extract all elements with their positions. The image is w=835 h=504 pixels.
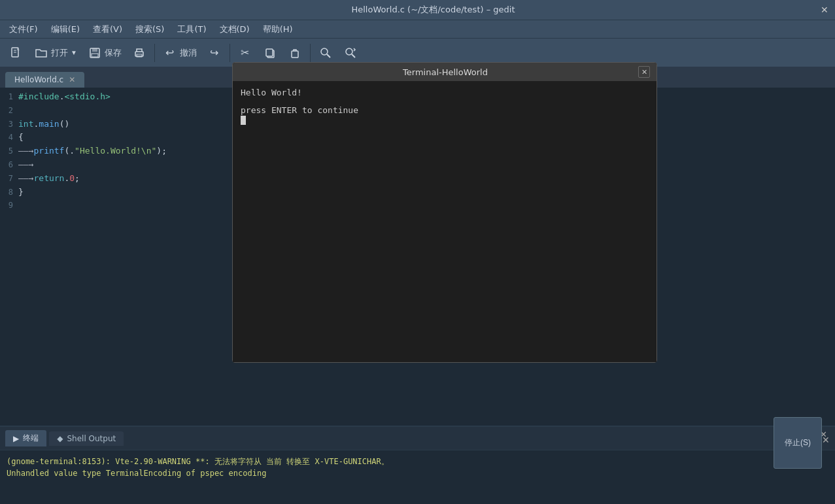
- undo-label: 撤消: [180, 47, 197, 59]
- svg-rect-11: [292, 51, 298, 58]
- bottom-tab-bar: ▶ 终端 ◆ Shell Output ✕: [0, 427, 835, 450]
- menu-bar: 文件(F) 编辑(E) 查看(V) 搜索(S) 工具(T) 文档(D) 帮助(H…: [0, 20, 835, 38]
- find-icon: [318, 46, 333, 60]
- toolbar-separator-1: [154, 44, 155, 62]
- bottom-panel-content: (gnome-terminal:8153): Vte-2.90-WARNING …: [0, 450, 835, 484]
- stop-button[interactable]: 停止(S): [774, 417, 822, 469]
- terminal-body[interactable]: Hello World! press ENTER to continue: [233, 81, 656, 362]
- menu-file[interactable]: 文件(F): [3, 22, 44, 37]
- code-line-5: 5 ——→printf(."Hello.World!\n");: [0, 144, 229, 158]
- save-icon: [88, 46, 102, 60]
- file-tab[interactable]: HelloWorld.c ✕: [5, 72, 84, 88]
- undo-icon: ↩: [163, 46, 177, 60]
- find-button[interactable]: [315, 43, 337, 63]
- open-dropdown-icon: ▼: [71, 49, 77, 56]
- svg-rect-10: [266, 49, 273, 56]
- paste-button[interactable]: [284, 43, 306, 63]
- shell-output-tab-icon: ◆: [57, 434, 63, 443]
- terminal-title-bar: Terminal-HelloWorld ✕: [233, 63, 656, 81]
- menu-search[interactable]: 搜索(S): [129, 22, 171, 37]
- tab-close-button[interactable]: ✕: [69, 75, 75, 84]
- terminal-cursor-line: [241, 115, 649, 125]
- toolbar-separator-2: [230, 44, 230, 62]
- terminal-title-text: Terminal-HelloWorld: [252, 67, 638, 77]
- menu-docs[interactable]: 文档(D): [213, 22, 256, 37]
- copy-button[interactable]: [259, 43, 281, 63]
- svg-point-12: [321, 48, 328, 55]
- open-icon: [34, 46, 48, 60]
- code-line-9: 9: [0, 199, 229, 212]
- bottom-panel: ▶ 终端 ◆ Shell Output ✕ (gnome-terminal:81…: [0, 426, 835, 504]
- window-title: HelloWorld.c (~/文档/code/test) – gedit: [46, 4, 821, 16]
- terminal-cursor: [241, 116, 246, 125]
- code-line-1: 1 #include.<stdio.h>: [0, 90, 229, 104]
- code-line-8: 8 }: [0, 186, 229, 199]
- copy-icon: [263, 46, 277, 60]
- replace-button[interactable]: [339, 43, 362, 63]
- bottom-panel-x-button[interactable]: ✕: [822, 435, 830, 445]
- code-content: 1 #include.<stdio.h> 2 3 int.main() 4 { …: [0, 88, 229, 215]
- menu-edit[interactable]: 编辑(E): [44, 22, 86, 37]
- cut-button[interactable]: ✂: [234, 43, 256, 63]
- code-line-3: 3 int.main(): [0, 118, 229, 131]
- svg-rect-6: [92, 54, 98, 57]
- new-icon: [9, 46, 24, 60]
- redo-button[interactable]: ↪: [203, 43, 226, 63]
- warning-line-1: (gnome-terminal:8153): Vte-2.90-WARNING …: [7, 456, 828, 467]
- open-button[interactable]: 打开 ▼: [30, 43, 81, 63]
- new-button[interactable]: [5, 43, 27, 63]
- toolbar-separator-3: [310, 44, 311, 62]
- svg-line-13: [327, 54, 330, 58]
- terminal-output-line2: press ENTER to continue: [241, 105, 649, 115]
- terminal-close-button[interactable]: ✕: [638, 66, 650, 78]
- window-close-button[interactable]: ✕: [821, 5, 828, 15]
- svg-rect-5: [92, 48, 97, 52]
- terminal-tab[interactable]: ▶ 终端: [5, 430, 46, 446]
- open-label: 打开: [51, 47, 68, 59]
- terminal-window: Terminal-HelloWorld ✕ Hello World! press…: [232, 62, 657, 363]
- code-line-7: 7 ——→return.0;: [0, 172, 229, 186]
- save-button[interactable]: 保存: [84, 43, 126, 63]
- menu-help[interactable]: 帮助(H): [256, 22, 299, 37]
- terminal-tab-label: 终端: [23, 433, 39, 444]
- shell-output-tab-label: Shell Output: [67, 434, 116, 443]
- code-line-2: 2: [0, 104, 229, 118]
- print-icon: [132, 46, 146, 60]
- print-button[interactable]: [128, 43, 150, 63]
- undo-button[interactable]: ↩ 撤消: [159, 43, 201, 63]
- terminal-tab-icon: ▶: [13, 434, 19, 443]
- replace-icon: [343, 46, 358, 60]
- terminal-output-line3: press ENTER to continue: [241, 105, 358, 115]
- paste-icon: [288, 46, 302, 60]
- cut-icon: ✂: [238, 46, 252, 60]
- terminal-output-line1: Hello World!: [241, 88, 649, 97]
- tab-filename: HelloWorld.c: [14, 75, 63, 84]
- svg-line-15: [352, 54, 355, 58]
- title-bar: HelloWorld.c (~/文档/code/test) – gedit ✕: [0, 0, 835, 20]
- editor-area[interactable]: 1 #include.<stdio.h> 2 3 int.main() 4 { …: [0, 88, 229, 426]
- redo-icon: ↪: [207, 46, 222, 60]
- code-line-6: 6 ——→: [0, 158, 229, 172]
- menu-tools[interactable]: 工具(T): [171, 22, 213, 37]
- svg-point-14: [346, 48, 352, 55]
- code-line-4: 4 {: [0, 131, 229, 144]
- warning-line-2: Unhandled value type TerminalEncoding of…: [7, 467, 828, 479]
- menu-view[interactable]: 查看(V): [86, 22, 129, 37]
- shell-output-tab[interactable]: ◆ Shell Output: [49, 431, 124, 446]
- save-label: 保存: [105, 47, 122, 59]
